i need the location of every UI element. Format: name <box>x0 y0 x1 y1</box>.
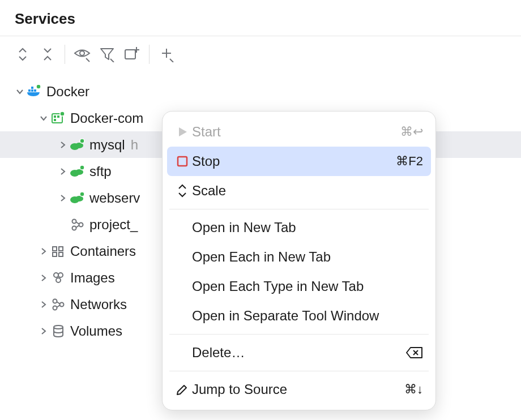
scale-icon <box>173 184 192 198</box>
svg-point-21 <box>80 165 84 170</box>
svg-point-37 <box>53 299 57 303</box>
expand-toggle-button[interactable] <box>10 42 35 67</box>
network-icon <box>50 298 67 311</box>
svg-rect-7 <box>31 89 33 92</box>
compose-icon <box>50 112 67 125</box>
network-icon <box>69 218 86 231</box>
tree-hint: h <box>131 137 138 153</box>
menu-label: Open in Separate Tool Window <box>192 308 423 324</box>
svg-point-39 <box>60 302 64 306</box>
chevron-down-icon <box>14 87 26 96</box>
svg-rect-31 <box>59 247 63 251</box>
tree-label: Images <box>70 270 115 286</box>
svg-point-27 <box>79 222 83 226</box>
tree-node-docker[interactable]: Docker <box>0 78 521 105</box>
menu-item-jump-to-source[interactable]: Jump to Source ⌘↓ <box>167 375 431 404</box>
collapse-toggle-button[interactable] <box>35 42 60 67</box>
separator <box>65 45 65 64</box>
menu-separator <box>169 371 429 371</box>
svg-line-29 <box>76 225 79 228</box>
svg-point-25 <box>72 219 76 223</box>
svg-line-40 <box>57 302 60 304</box>
chevron-right-icon <box>37 300 50 309</box>
menu-label: Open in New Tab <box>192 220 423 235</box>
window-plus-icon <box>123 46 140 63</box>
tree-label: Docker <box>46 84 89 100</box>
menu-label: Stop <box>192 153 396 169</box>
svg-point-34 <box>54 273 58 277</box>
menu-shortcut: ⌘↓ <box>404 382 423 397</box>
svg-point-36 <box>56 278 61 282</box>
preview-button[interactable] <box>70 42 95 67</box>
menu-separator <box>169 334 429 335</box>
svg-rect-1 <box>125 50 135 59</box>
chevron-right-icon <box>37 327 50 336</box>
add-button[interactable] <box>154 42 179 67</box>
funnel-icon <box>99 46 115 62</box>
menu-item-scale[interactable]: Scale <box>167 176 431 205</box>
menu-item-delete[interactable]: Delete… <box>167 338 431 367</box>
svg-marker-43 <box>179 127 187 136</box>
menu-shortcut: ⌘F2 <box>396 154 423 169</box>
chevron-right-icon <box>57 194 69 203</box>
svg-point-42 <box>54 325 63 329</box>
chevron-down-icon <box>37 114 50 123</box>
menu-separator <box>169 209 429 209</box>
chevron-right-icon <box>37 247 50 256</box>
menu-label: Open Each Type in New Tab <box>192 278 423 294</box>
toolbar <box>0 36 521 72</box>
tree-label: Docker-com <box>70 110 143 126</box>
menu-item-open-new-tab[interactable]: Open in New Tab <box>167 213 431 242</box>
menu-shortcut: ⌘↩ <box>400 125 423 139</box>
svg-rect-32 <box>53 252 57 256</box>
service-running-icon <box>69 192 86 204</box>
volumes-icon <box>50 324 67 338</box>
svg-point-26 <box>72 226 76 230</box>
separator <box>149 45 150 64</box>
panel-title: Services <box>0 0 521 36</box>
tree-label: Volumes <box>70 323 122 339</box>
svg-rect-12 <box>54 115 56 118</box>
chevron-up-down-collapse-icon <box>42 47 53 62</box>
menu-item-start: Start ⌘↩ <box>167 117 431 147</box>
chevron-right-icon <box>57 167 69 176</box>
service-running-icon <box>69 165 86 178</box>
menu-item-open-each-type-new-tab[interactable]: Open Each Type in New Tab <box>167 272 431 301</box>
menu-label: Scale <box>192 183 423 199</box>
context-menu: Start ⌘↩ Stop ⌘F2 Scale Open in New Tab … <box>162 111 436 410</box>
filter-button[interactable] <box>95 42 119 67</box>
tree-label: webserv <box>89 190 140 206</box>
eye-icon <box>74 46 91 63</box>
chevron-right-icon <box>37 273 50 282</box>
chevron-right-icon <box>57 140 69 149</box>
menu-item-stop[interactable]: Stop ⌘F2 <box>167 147 431 176</box>
menu-item-open-separate-window[interactable]: Open in Separate Tool Window <box>167 301 431 331</box>
open-new-window-button[interactable] <box>119 42 144 67</box>
containers-icon <box>50 245 67 258</box>
svg-rect-30 <box>53 247 57 251</box>
plus-icon <box>159 46 174 62</box>
menu-label: Delete… <box>192 345 406 361</box>
stop-icon <box>173 156 192 167</box>
svg-rect-9 <box>31 87 33 89</box>
tree-label: Networks <box>70 297 127 312</box>
svg-line-28 <box>76 222 79 224</box>
play-icon <box>173 126 192 138</box>
chevron-up-down-expand-icon <box>18 47 28 62</box>
svg-rect-44 <box>178 157 187 166</box>
pencil-icon <box>173 383 192 396</box>
svg-rect-14 <box>54 119 56 121</box>
svg-point-10 <box>36 85 41 89</box>
svg-point-38 <box>53 306 57 310</box>
tree-label: sftp <box>89 164 112 179</box>
svg-point-24 <box>80 192 84 196</box>
images-icon <box>50 272 67 284</box>
svg-point-35 <box>58 273 63 277</box>
svg-point-15 <box>60 112 65 116</box>
backspace-icon <box>406 346 423 359</box>
tree-label: Containers <box>70 243 136 259</box>
menu-item-open-each-new-tab[interactable]: Open Each in New Tab <box>167 242 431 272</box>
tree-label: mysql <box>89 137 125 153</box>
svg-rect-8 <box>34 89 36 92</box>
menu-label: Jump to Source <box>192 382 404 397</box>
